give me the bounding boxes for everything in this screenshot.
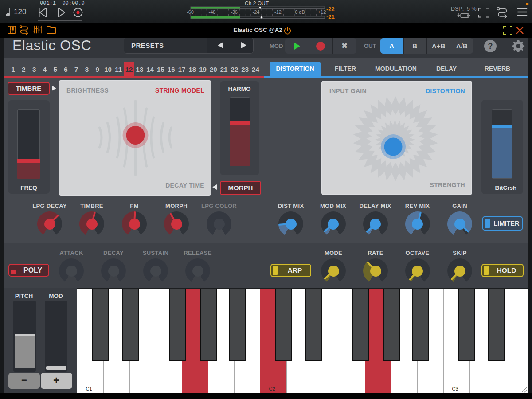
svg-text:-12: -12 — [274, 9, 282, 15]
svg-text:+12: +12 — [318, 9, 326, 15]
svg-text:-48: -48 — [209, 9, 216, 15]
svg-text:-36: -36 — [231, 9, 238, 15]
svg-text:-60: -60 — [187, 9, 194, 15]
svg-text:0 dB: 0 dB — [295, 9, 305, 15]
svg-text:-24: -24 — [253, 9, 260, 15]
